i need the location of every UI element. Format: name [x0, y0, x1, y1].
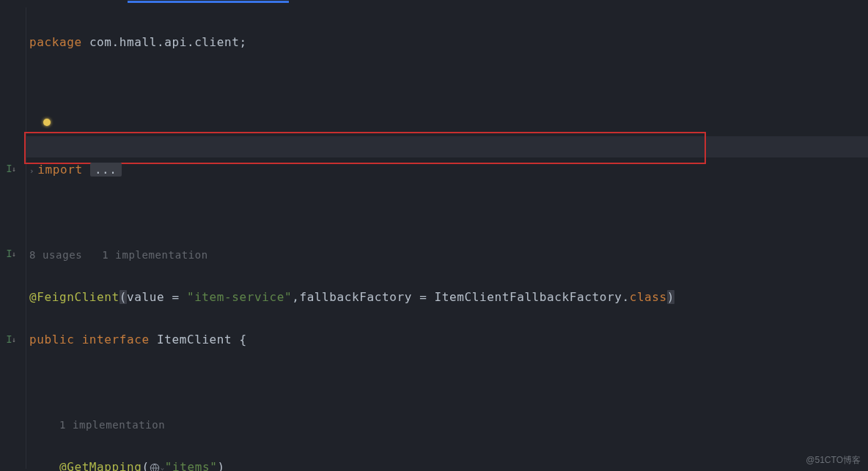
svg-point-0: [150, 464, 158, 471]
import-fold-line[interactable]: ›import ...: [29, 159, 674, 180]
code-area[interactable]: package com.hmall.api.client; ›import ..…: [29, 10, 674, 471]
code-editor[interactable]: I↓ I↓ I↓ package com.hmall.api.client; ›…: [0, 0, 868, 471]
url-icon[interactable]: ⌄: [150, 457, 165, 471]
implements-gutter-icon[interactable]: I↓: [4, 247, 18, 260]
inlay-usages-hint[interactable]: 8 usages 1 implementation: [29, 249, 208, 261]
implements-gutter-icon[interactable]: I↓: [4, 162, 18, 175]
code-line[interactable]: package com.hmall.api.client;: [29, 31, 674, 53]
watermark: @51CTO博客: [806, 454, 861, 467]
gutter: I↓ I↓ I↓: [0, 0, 26, 471]
code-line[interactable]: public interface ItemClient {: [29, 329, 674, 350]
inlay-impl-hint[interactable]: 1 implementation: [59, 419, 165, 431]
gutter-divider: [26, 7, 26, 469]
code-line[interactable]: @FeignClient(value = "item-service",fall…: [29, 286, 674, 308]
fold-toggle-icon[interactable]: ›: [29, 166, 34, 176]
folded-region[interactable]: ...: [90, 163, 122, 177]
implements-gutter-icon[interactable]: I↓: [4, 333, 18, 346]
active-tab-indicator: [128, 1, 289, 3]
code-line[interactable]: @GetMapping(⌄"items"): [29, 456, 674, 471]
